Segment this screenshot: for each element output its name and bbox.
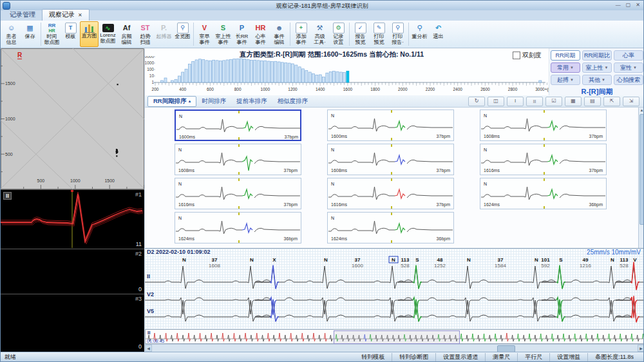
histogram-bar[interactable] <box>195 60 198 82</box>
rhythm-strip[interactable]: II 01:08:45 <box>145 329 644 344</box>
histogram-bar[interactable] <box>292 64 294 82</box>
beat-cell[interactable]: N1624ms36bpm <box>480 178 607 209</box>
print-preview-button[interactable]: ✎打印预览 <box>370 21 388 47</box>
histogram-bar[interactable] <box>223 61 225 82</box>
close-button[interactable]: ✕ <box>634 1 641 9</box>
filter-button-其他[interactable]: 其他▼ <box>582 75 612 85</box>
histogram-bar[interactable] <box>182 72 184 82</box>
histogram-bar[interactable] <box>257 61 260 82</box>
histogram-bar[interactable] <box>278 62 280 82</box>
filter-button-室上性[interactable]: 室上性▼ <box>582 62 612 73</box>
histogram-bar[interactable] <box>302 69 305 82</box>
histogram-bar[interactable] <box>260 61 263 82</box>
histogram-bar[interactable] <box>329 71 332 82</box>
histogram-bar[interactable] <box>229 59 232 82</box>
status-action-条图长度:11.8s[interactable]: 条图长度:11.8s <box>587 353 641 361</box>
grid-layout-alt-icon[interactable]: ▤ <box>584 97 601 106</box>
histogram-bar[interactable] <box>323 77 325 82</box>
trend-scan-button[interactable]: ST趋势扫描 <box>136 21 155 47</box>
status-action-转到模板[interactable]: 转到模板 <box>354 353 392 361</box>
histogram-bar[interactable] <box>185 69 187 82</box>
histogram-bar[interactable] <box>288 63 290 82</box>
confirm-list-icon[interactable]: ☑ <box>545 97 562 106</box>
histogram-bar[interactable] <box>188 64 191 82</box>
template-button[interactable]: T模板 <box>61 21 80 47</box>
compare-bars-icon[interactable]: ||| <box>526 97 543 106</box>
record-settings-button[interactable]: ⚙记录设置 <box>329 21 348 47</box>
lorenz-chart[interactable]: 1500100050050010001500 <box>1 48 144 189</box>
beat-cell[interactable]: N1624ms36bpm <box>327 212 454 243</box>
lorenz-plot[interactable]: 1500100050050010001500 R <box>1 48 144 189</box>
histogram-bar[interactable] <box>243 59 246 82</box>
sort-tab-相似度排序[interactable]: 相似度排序 <box>272 97 314 106</box>
patient-info-button[interactable]: ☺患者信息 <box>2 21 21 47</box>
save-button[interactable]: ▦保存 <box>21 21 39 47</box>
status-action-转到诊断图[interactable]: 转到诊断图 <box>392 353 435 361</box>
scroll-thumb[interactable] <box>639 114 644 225</box>
histogram-bar[interactable] <box>219 61 222 82</box>
histogram-bar[interactable] <box>308 72 311 82</box>
histogram-bar[interactable] <box>202 59 205 82</box>
histogram-bar[interactable] <box>539 81 542 82</box>
histogram-bar[interactable] <box>236 59 239 82</box>
filter-button-常用[interactable]: 常用▼ <box>551 62 580 73</box>
histogram-bar[interactable] <box>333 71 336 82</box>
hr-events-button[interactable]: HR心率事件 <box>251 21 270 47</box>
histogram-bar[interactable] <box>161 81 164 82</box>
sve-events-button[interactable]: S室上性事件 <box>214 21 232 47</box>
filter-button-RR间期比[interactable]: RR间期比 <box>582 50 612 61</box>
template-section-3[interactable]: #3 0 <box>1 294 144 351</box>
refresh-icon[interactable]: ↻ <box>468 97 485 106</box>
histogram-bar[interactable] <box>178 76 180 82</box>
filter-button-RR间期[interactable]: RR间期 <box>551 50 580 61</box>
advanced-tools-button[interactable]: ⚒高级工具· <box>310 21 329 47</box>
sort-tab-时间排序[interactable]: 时间排序 <box>196 97 231 106</box>
maximize-button[interactable]: ▢ <box>625 1 632 9</box>
beat-cell[interactable]: N1624ms36bpm <box>175 212 301 243</box>
tab-observe-record[interactable]: 观察记录✕ <box>42 9 90 21</box>
status-action-测量尺[interactable]: 测量尺 <box>485 353 517 361</box>
status-action-平行尺[interactable]: 平行尺 <box>517 353 549 361</box>
reanalyze-button[interactable]: ⚲重分析 <box>410 21 429 47</box>
histogram-bar[interactable] <box>226 60 229 82</box>
scroll-left-icon[interactable]: ◀ <box>145 345 152 352</box>
histogram-bar[interactable] <box>336 71 339 82</box>
histogram-chart[interactable]: 1000010001001012004006008001000120014001… <box>145 56 549 95</box>
histogram-bar[interactable] <box>171 81 174 82</box>
horizontal-scrollbar[interactable]: ◀ ▶ <box>145 344 644 352</box>
histogram-bar[interactable] <box>205 61 208 82</box>
caliper-icon[interactable]: ◫ <box>488 97 504 106</box>
lorenz-scatter-button[interactable]: ∿Lorenz散点图 <box>99 21 117 47</box>
histogram-bar[interactable] <box>175 79 177 82</box>
sort-tab-提前率排序[interactable]: 提前率排序 <box>231 97 272 106</box>
histogram-bar[interactable] <box>198 59 201 82</box>
histogram-bar[interactable] <box>192 61 194 82</box>
template-section-1[interactable]: II #1 11 <box>1 190 144 249</box>
beat-cell[interactable]: N1608ms37bpm <box>327 144 454 175</box>
grid-layout-icon[interactable]: ▦ <box>565 97 582 106</box>
histogram-bar[interactable] <box>164 78 167 82</box>
histogram-bar[interactable] <box>281 62 283 82</box>
beat-cell[interactable]: N1600ms37bpm <box>327 110 454 141</box>
beat-cell[interactable]: N1616ms37bpm <box>327 178 454 209</box>
status-action-设置显示通道[interactable]: 设置显示通道 <box>435 353 485 361</box>
event-edit-button[interactable]: ☻事件编辑 <box>270 21 289 47</box>
scroll-right-icon[interactable]: ▶ <box>638 345 644 352</box>
minimize-button[interactable]: — <box>614 1 622 9</box>
tab-record-management[interactable]: 记录管理 <box>3 10 42 21</box>
rhythm-selection-box[interactable] <box>334 330 460 344</box>
vertical-scrollbar[interactable]: ▲ <box>638 108 644 248</box>
beat-cell[interactable]: N1616ms37bpm <box>480 144 607 175</box>
add-event-button[interactable]: +添加事件 <box>292 21 310 47</box>
report-preview-button[interactable]: ✓报告预览 <box>351 21 370 47</box>
beat-cell[interactable]: N1608ms37bpm <box>480 110 607 141</box>
histogram-bar[interactable] <box>319 75 321 82</box>
af-edit-button[interactable]: Af房颤编辑 <box>117 21 136 47</box>
filter-button-起搏[interactable]: 起搏▼ <box>551 75 580 85</box>
filter-button-室性[interactable]: 室性▼ <box>614 62 643 73</box>
histogram-bar[interactable] <box>254 60 256 82</box>
histogram-bar[interactable] <box>285 63 287 82</box>
histogram-bar[interactable] <box>305 71 308 82</box>
histogram-bar[interactable] <box>264 61 267 82</box>
status-action-设置增益[interactable]: 设置增益 <box>549 353 587 361</box>
